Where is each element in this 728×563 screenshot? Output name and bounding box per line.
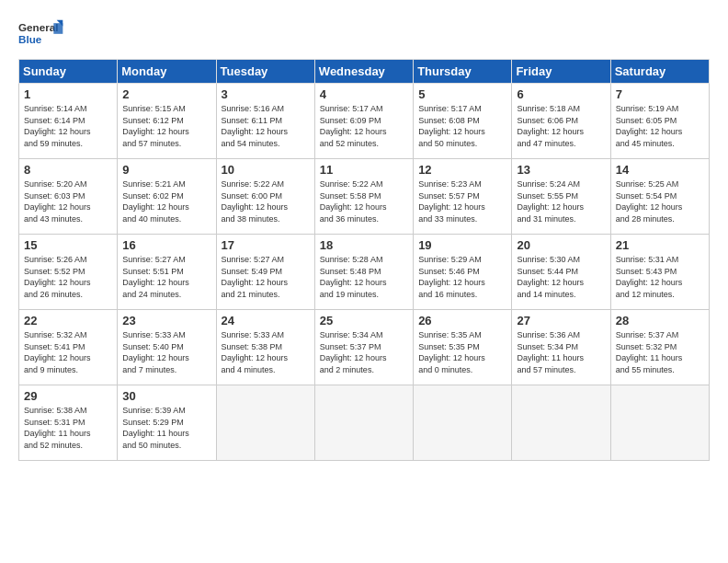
day-info: Sunrise: 5:19 AM Sunset: 6:05 PM Dayligh… [616, 103, 704, 149]
calendar-cell: 12Sunrise: 5:23 AM Sunset: 5:57 PM Dayli… [414, 159, 512, 235]
weekday-header-thursday: Thursday [414, 60, 512, 84]
day-info: Sunrise: 5:30 AM Sunset: 5:44 PM Dayligh… [517, 254, 605, 300]
day-info: Sunrise: 5:35 AM Sunset: 5:35 PM Dayligh… [418, 329, 506, 375]
calendar-week-5: 29Sunrise: 5:38 AM Sunset: 5:31 PM Dayli… [19, 385, 710, 461]
day-number: 14 [616, 163, 704, 177]
calendar-week-1: 1Sunrise: 5:14 AM Sunset: 6:14 PM Daylig… [19, 84, 710, 159]
day-number: 30 [122, 389, 210, 403]
day-info: Sunrise: 5:33 AM Sunset: 5:40 PM Dayligh… [122, 329, 210, 375]
day-info: Sunrise: 5:29 AM Sunset: 5:46 PM Dayligh… [418, 254, 506, 300]
logo-icon: General Blue [18, 17, 64, 50]
day-number: 8 [24, 163, 112, 177]
day-info: Sunrise: 5:14 AM Sunset: 6:14 PM Dayligh… [24, 103, 112, 149]
calendar-cell: 17Sunrise: 5:27 AM Sunset: 5:49 PM Dayli… [216, 235, 314, 310]
day-info: Sunrise: 5:22 AM Sunset: 6:00 PM Dayligh… [222, 178, 310, 224]
day-number: 12 [418, 163, 506, 177]
day-number: 1 [24, 87, 112, 101]
day-number: 9 [122, 163, 210, 177]
day-number: 21 [616, 238, 704, 252]
day-number: 18 [320, 238, 408, 252]
day-number: 15 [24, 238, 112, 252]
day-number: 7 [616, 87, 704, 101]
day-info: Sunrise: 5:22 AM Sunset: 5:58 PM Dayligh… [320, 178, 408, 224]
calendar-cell: 20Sunrise: 5:30 AM Sunset: 5:44 PM Dayli… [512, 235, 610, 310]
day-info: Sunrise: 5:27 AM Sunset: 5:49 PM Dayligh… [222, 254, 310, 300]
day-number: 16 [122, 238, 210, 252]
calendar-cell: 23Sunrise: 5:33 AM Sunset: 5:40 PM Dayli… [118, 310, 216, 385]
day-number: 4 [320, 87, 408, 101]
calendar-cell: 7Sunrise: 5:19 AM Sunset: 6:05 PM Daylig… [610, 84, 709, 159]
calendar-cell: 21Sunrise: 5:31 AM Sunset: 5:43 PM Dayli… [610, 235, 709, 310]
weekday-header-wednesday: Wednesday [314, 60, 413, 84]
calendar-table: SundayMondayTuesdayWednesdayThursdayFrid… [18, 59, 710, 461]
day-info: Sunrise: 5:24 AM Sunset: 5:55 PM Dayligh… [517, 178, 605, 224]
calendar-cell: 24Sunrise: 5:33 AM Sunset: 5:38 PM Dayli… [216, 310, 314, 385]
day-info: Sunrise: 5:25 AM Sunset: 5:54 PM Dayligh… [616, 178, 704, 224]
calendar-cell: 8Sunrise: 5:20 AM Sunset: 6:03 PM Daylig… [19, 159, 118, 235]
day-info: Sunrise: 5:32 AM Sunset: 5:41 PM Dayligh… [24, 329, 112, 375]
calendar-cell: 10Sunrise: 5:22 AM Sunset: 6:00 PM Dayli… [216, 159, 314, 235]
weekday-header-saturday: Saturday [610, 60, 709, 84]
svg-text:Blue: Blue [18, 33, 42, 45]
header: General Blue [18, 17, 710, 50]
day-number: 11 [320, 163, 408, 177]
calendar-cell: 11Sunrise: 5:22 AM Sunset: 5:58 PM Dayli… [314, 159, 413, 235]
day-number: 25 [320, 314, 408, 327]
weekday-header-friday: Friday [512, 60, 610, 84]
calendar-cell: 5Sunrise: 5:17 AM Sunset: 6:08 PM Daylig… [414, 84, 512, 159]
calendar-cell: 30Sunrise: 5:39 AM Sunset: 5:29 PM Dayli… [118, 385, 216, 461]
calendar-cell: 4Sunrise: 5:17 AM Sunset: 6:09 PM Daylig… [314, 84, 413, 159]
weekday-header-tuesday: Tuesday [216, 60, 314, 84]
day-info: Sunrise: 5:34 AM Sunset: 5:37 PM Dayligh… [320, 329, 408, 375]
day-number: 20 [517, 238, 605, 252]
day-number: 26 [418, 314, 506, 327]
day-info: Sunrise: 5:21 AM Sunset: 6:02 PM Dayligh… [122, 178, 210, 224]
day-info: Sunrise: 5:28 AM Sunset: 5:48 PM Dayligh… [320, 254, 408, 300]
day-info: Sunrise: 5:17 AM Sunset: 6:08 PM Dayligh… [418, 103, 506, 149]
calendar-week-3: 15Sunrise: 5:26 AM Sunset: 5:52 PM Dayli… [19, 235, 710, 310]
calendar-cell: 18Sunrise: 5:28 AM Sunset: 5:48 PM Dayli… [314, 235, 413, 310]
day-info: Sunrise: 5:26 AM Sunset: 5:52 PM Dayligh… [24, 254, 112, 300]
svg-text:General: General [18, 21, 58, 33]
day-number: 13 [517, 163, 605, 177]
day-number: 22 [24, 314, 112, 327]
logo: General Blue [18, 17, 64, 50]
weekday-header-monday: Monday [118, 60, 216, 84]
calendar-cell: 9Sunrise: 5:21 AM Sunset: 6:02 PM Daylig… [118, 159, 216, 235]
day-number: 5 [418, 87, 506, 101]
day-info: Sunrise: 5:27 AM Sunset: 5:51 PM Dayligh… [122, 254, 210, 300]
day-number: 17 [222, 238, 310, 252]
calendar-cell: 25Sunrise: 5:34 AM Sunset: 5:37 PM Dayli… [314, 310, 413, 385]
day-number: 27 [517, 314, 605, 327]
calendar-cell: 3Sunrise: 5:16 AM Sunset: 6:11 PM Daylig… [216, 84, 314, 159]
day-number: 3 [222, 87, 310, 101]
day-number: 23 [122, 314, 210, 327]
calendar-cell [314, 385, 413, 461]
calendar-cell: 28Sunrise: 5:37 AM Sunset: 5:32 PM Dayli… [610, 310, 709, 385]
day-info: Sunrise: 5:23 AM Sunset: 5:57 PM Dayligh… [418, 178, 506, 224]
day-info: Sunrise: 5:31 AM Sunset: 5:43 PM Dayligh… [616, 254, 704, 300]
day-info: Sunrise: 5:17 AM Sunset: 6:09 PM Dayligh… [320, 103, 408, 149]
day-info: Sunrise: 5:18 AM Sunset: 6:06 PM Dayligh… [517, 103, 605, 149]
day-info: Sunrise: 5:20 AM Sunset: 6:03 PM Dayligh… [24, 178, 112, 224]
calendar-cell [610, 385, 709, 461]
day-info: Sunrise: 5:15 AM Sunset: 6:12 PM Dayligh… [122, 103, 210, 149]
day-number: 10 [222, 163, 310, 177]
calendar-cell [216, 385, 314, 461]
page: General Blue SundayMondayTuesdayWednesda… [0, 0, 728, 470]
calendar-cell: 14Sunrise: 5:25 AM Sunset: 5:54 PM Dayli… [610, 159, 709, 235]
day-info: Sunrise: 5:38 AM Sunset: 5:31 PM Dayligh… [24, 405, 112, 451]
day-info: Sunrise: 5:36 AM Sunset: 5:34 PM Dayligh… [517, 329, 605, 375]
calendar-cell: 2Sunrise: 5:15 AM Sunset: 6:12 PM Daylig… [118, 84, 216, 159]
calendar-week-2: 8Sunrise: 5:20 AM Sunset: 6:03 PM Daylig… [19, 159, 710, 235]
weekday-header-row: SundayMondayTuesdayWednesdayThursdayFrid… [19, 60, 710, 84]
calendar-cell: 27Sunrise: 5:36 AM Sunset: 5:34 PM Dayli… [512, 310, 610, 385]
weekday-header-sunday: Sunday [19, 60, 118, 84]
calendar-cell: 1Sunrise: 5:14 AM Sunset: 6:14 PM Daylig… [19, 84, 118, 159]
day-number: 28 [616, 314, 704, 327]
calendar-week-4: 22Sunrise: 5:32 AM Sunset: 5:41 PM Dayli… [19, 310, 710, 385]
day-number: 29 [24, 389, 112, 403]
calendar-cell: 15Sunrise: 5:26 AM Sunset: 5:52 PM Dayli… [19, 235, 118, 310]
day-number: 19 [418, 238, 506, 252]
day-info: Sunrise: 5:33 AM Sunset: 5:38 PM Dayligh… [222, 329, 310, 375]
